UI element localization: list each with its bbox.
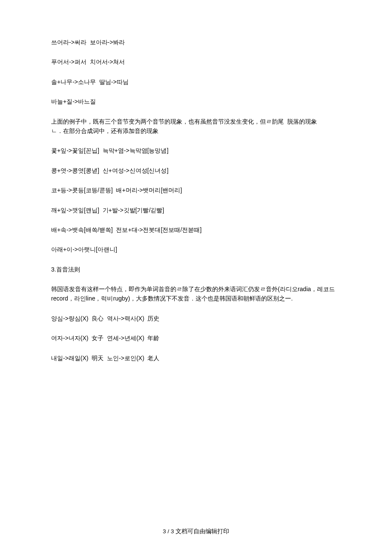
paragraph: 푸어서->퍼서 치어서->쳐서 [51, 57, 341, 66]
paragraph: 콩+엿->콩엿[콩녇] 신+여성->신여성[신녀성] [51, 166, 341, 175]
paragraph: 양심->량심(X) 良心 역사->력사(X) 历史 [51, 314, 341, 323]
paragraph: 韩国语发音有这样一个特点，即作为单词首音的ㄹ除了在少数的外来语词汇仍发ㄹ音外(라… [51, 284, 341, 304]
paragraph: 쓰어라->써라 보아라->봐라 [51, 38, 341, 47]
paragraph: 아래+이->아랫니[아랜니] [51, 245, 341, 254]
page-footer: 3 / 3 文档可自由编辑打印 [0, 528, 392, 535]
paragraph: 코+등->콧등[코뜽/콛뜽] 배+머리->뱃머리[밴머리] [51, 185, 341, 195]
paragraph: 내일->래일(X) 明天 노인->로인(X) 老人 [51, 353, 341, 363]
paragraph: 콫+잎->꽃잎[꼰닙] 늑막+염->늑막염[능망념] [51, 146, 341, 155]
paragraph: 上面的例子中，既有三个音节变为两个音节的现象，也有虽然音节没发生变化，但ㄹ韵尾 … [51, 117, 341, 136]
paragraph: 바늘+질->바느질 [51, 97, 341, 106]
paragraph: 3.首音法则 [51, 265, 341, 274]
paragraph: 솔+나무->소나무 딸님->따님 [51, 77, 341, 87]
document-page: 쓰어라->써라 보아라->봐라 푸어서->퍼서 치어서->쳐서 솔+나무->소나… [0, 0, 392, 555]
paragraph: 깨+잎->깻잎[깬닙] 기+발->깃발[기빨/긷빨] [51, 205, 341, 215]
paragraph: 배+속->뱃속[배쏙/밷쏙] 전보+대->전봇대[전보때/전볻때] [51, 225, 341, 234]
paragraph: 여자->녀자(X) 女子 연세->년세(X) 年龄 [51, 333, 341, 343]
